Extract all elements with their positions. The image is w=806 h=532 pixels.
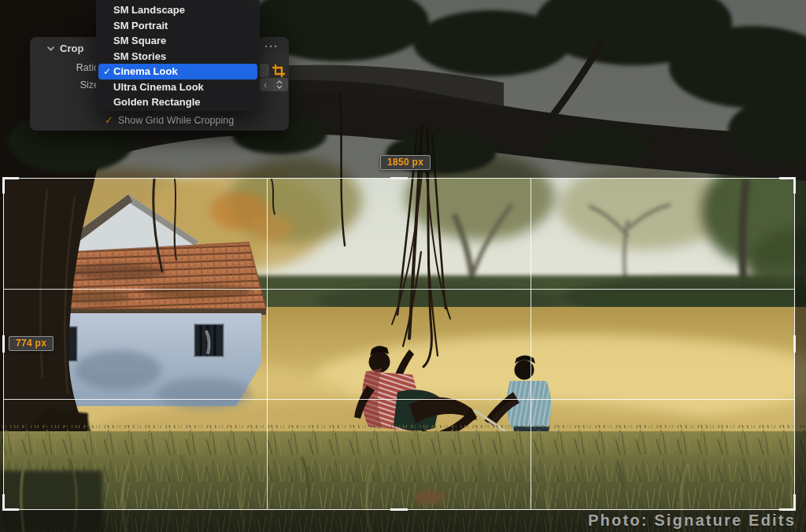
menu-item-golden-rectangle[interactable]: Golden Rectangle <box>96 94 260 110</box>
crop-gridline-horizontal-1 <box>4 289 794 290</box>
crop-frame[interactable] <box>3 178 795 510</box>
crop-width-label: 1850 px <box>380 155 431 170</box>
checkmark-icon: ✓ <box>103 66 111 77</box>
photo-credit-watermark: Photo: Signature Edits <box>588 512 796 530</box>
crop-handle-bottom-right[interactable] <box>793 494 796 511</box>
ratio-dropdown-menu: SM Landscape SM Portrait SM Square SM St… <box>96 0 260 111</box>
crop-handle-left-center[interactable] <box>2 335 5 353</box>
crop-handle-right-center[interactable] <box>793 335 796 353</box>
crop-handle-bottom-center[interactable] <box>390 508 408 511</box>
crop-panel-header[interactable]: Crop <box>47 42 83 54</box>
crop-gridline-vertical-1 <box>267 179 268 509</box>
crop-handle-bottom-left[interactable] <box>2 508 19 511</box>
crop-icon[interactable] <box>272 64 286 78</box>
show-grid-checkbox[interactable]: ✓ Show Grid While Cropping <box>105 114 234 126</box>
more-options-icon[interactable]: ··· <box>264 39 279 53</box>
crop-handle-top-left[interactable] <box>2 177 19 179</box>
photo-editor-viewport: Photo: Signature Edits 1850 px 774 px Cr… <box>0 0 806 532</box>
chevron-down-icon <box>47 46 54 51</box>
crop-handle-top-center[interactable] <box>390 177 408 179</box>
menu-item-sm-square[interactable]: SM Square <box>96 33 260 49</box>
crop-handle-top-right[interactable] <box>793 177 796 194</box>
menu-item-cinema-look[interactable]: ✓ Cinema Look <box>98 64 257 79</box>
crop-gridline-horizontal-2 <box>4 399 794 400</box>
menu-item-sm-stories[interactable]: SM Stories <box>96 49 260 65</box>
crop-height-label: 774 px <box>9 336 54 351</box>
crop-handle-top-left[interactable] <box>2 177 5 194</box>
menu-item-sm-landscape[interactable]: SM Landscape <box>96 2 260 18</box>
stepper-left-icon[interactable]: ‹ <box>260 80 271 90</box>
checkmark-icon: ✓ <box>105 114 113 126</box>
crop-handle-bottom-left[interactable] <box>2 494 5 511</box>
crop-panel-title: Crop <box>60 42 83 54</box>
size-stepper[interactable]: ‹ <box>260 78 288 91</box>
menu-item-ultra-cinema-look[interactable]: Ultra Cinema Look <box>96 79 260 95</box>
size-label: Size <box>30 79 99 91</box>
stepper-up-down-icon[interactable] <box>271 80 288 89</box>
show-grid-label: Show Grid While Cropping <box>118 115 234 126</box>
ratio-label: Ratio <box>30 62 99 73</box>
menu-item-sm-portrait[interactable]: SM Portrait <box>96 18 260 34</box>
crop-gridline-vertical-2 <box>531 179 531 509</box>
